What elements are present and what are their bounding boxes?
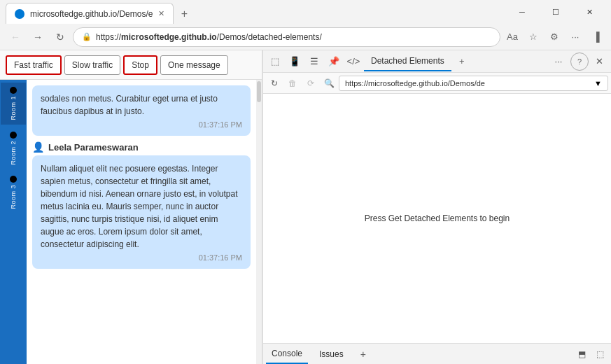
undock-icon[interactable]: ⬚	[591, 346, 608, 363]
devtools-panel: ⬚ 📱 ☰ 📌 </> Detached Elements + ··· ? ✕ …	[262, 50, 611, 364]
lock-icon: 🔒	[82, 32, 92, 41]
chat-panel: Fast traffic Slow traffic Stop One messa…	[0, 50, 262, 364]
dt-back-button[interactable]: ⟳	[302, 75, 319, 92]
url-text: https://microsoftedge.github.io/Demos/de…	[96, 32, 491, 42]
tab-bar: microsoftedge.github.io/Demos/e ✕ +	[6, 0, 500, 24]
room-2-item[interactable]: Room 2	[1, 127, 26, 169]
devtools-content: Press Get Detached Elements to begin	[263, 94, 611, 343]
devtools-url-arrow[interactable]: ▼	[594, 79, 602, 88]
message-2-time: 01:37:16 PM	[41, 253, 242, 262]
message-2-sender-row: 👤 Leela Parameswaran	[32, 141, 251, 153]
room-1-item[interactable]: Room 1	[1, 83, 26, 125]
source-map-button[interactable]: 📌	[325, 52, 343, 71]
minimize-button[interactable]: ─	[506, 1, 538, 22]
refresh-button[interactable]: ↻	[50, 27, 70, 47]
tab-favicon	[15, 9, 24, 19]
read-aloud-button[interactable]: Aa	[503, 28, 521, 46]
fast-traffic-button[interactable]: Fast traffic	[6, 55, 62, 75]
messages-area: sodales non metus. Curabitur eget urna e…	[27, 80, 256, 364]
chat-toolbar: Fast traffic Slow traffic Stop One messa…	[0, 50, 262, 80]
new-tab-button[interactable]: +	[174, 4, 195, 24]
main-content: Fast traffic Slow traffic Stop One messa…	[0, 50, 611, 364]
issues-tab[interactable]: Issues	[314, 344, 349, 364]
sender-avatar-icon: 👤	[32, 141, 44, 153]
stop-button[interactable]: Stop	[123, 55, 157, 75]
room-1-dot	[10, 87, 17, 94]
scrollbar-thumb[interactable]	[257, 81, 261, 102]
console-tab[interactable]: Console	[266, 344, 308, 364]
new-devtools-tab-button[interactable]: +	[453, 52, 471, 71]
issues-tab-label: Issues	[319, 349, 344, 359]
inspect-element-button[interactable]: ⬚	[266, 52, 284, 71]
one-message-button[interactable]: One message	[160, 55, 228, 75]
tab-title: microsoftedge.github.io/Demos/e	[30, 9, 153, 19]
rooms-sidebar: Room 1 Room 2 Room 3	[0, 80, 27, 364]
devtools-header: ⬚ 📱 ☰ 📌 </> Detached Elements + ··· ? ✕	[263, 50, 611, 73]
back-button[interactable]: ←	[6, 27, 25, 47]
close-tab-button[interactable]: ✕	[158, 9, 164, 18]
message-1-time: 01:37:16 PM	[41, 120, 242, 129]
devtools-close-button[interactable]: ✕	[590, 52, 608, 71]
more-button[interactable]: ···	[566, 28, 584, 46]
dt-refresh-button[interactable]: ↻	[266, 75, 283, 92]
address-bar: ← → ↻ 🔒 https://microsoftedge.github.io/…	[0, 24, 611, 50]
add-bottom-tab-button[interactable]: +	[355, 346, 372, 363]
slow-traffic-button[interactable]: Slow traffic	[64, 55, 120, 75]
devtools-subtoolbar: ↻ 🗑 ⟳ 🔍 https://microsoftedge.github.io/…	[263, 73, 611, 94]
bottom-right-icons: ⬒ ⬚	[573, 346, 608, 363]
title-bar: microsoftedge.github.io/Demos/e ✕ + ─ ☐ …	[0, 0, 611, 24]
window-controls: ─ ☐ ✕	[506, 1, 605, 22]
chat-layout: Room 1 Room 2 Room 3 sodales non	[0, 80, 262, 364]
maximize-button[interactable]: ☐	[540, 1, 572, 22]
browser-window: microsoftedge.github.io/Demos/e ✕ + ─ ☐ …	[0, 0, 611, 364]
close-window-button[interactable]: ✕	[573, 1, 605, 22]
devtools-bottombar: Console Issues + ⬒ ⬚	[263, 343, 611, 364]
message-2-text: Nullam aliquet elit nec posuere egestas.…	[41, 162, 242, 251]
address-input[interactable]: 🔒 https://microsoftedge.github.io/Demos/…	[73, 27, 500, 47]
device-emulation-button[interactable]: 📱	[286, 52, 304, 71]
dt-trash-button[interactable]: 🗑	[284, 75, 301, 92]
room-3-label: Room 3	[10, 185, 17, 209]
detached-elements-tab-label: Detached Elements	[371, 56, 444, 66]
room-1-label: Room 1	[10, 96, 17, 120]
message-2-bubble: Nullam aliquet elit nec posuere egestas.…	[32, 155, 251, 269]
active-tab[interactable]: microsoftedge.github.io/Demos/e ✕	[6, 3, 174, 24]
room-3-item[interactable]: Room 3	[1, 172, 26, 214]
devtools-more-button[interactable]: ···	[549, 52, 568, 71]
address-bar-icons: Aa ☆ ⚙ ··· ▐	[503, 28, 605, 46]
detached-elements-tab[interactable]: Detached Elements	[364, 52, 451, 71]
forward-button[interactable]: →	[28, 27, 48, 47]
dock-bottom-icon[interactable]: ⬒	[573, 346, 590, 363]
room-2-dot	[10, 132, 17, 139]
devtools-url-text: https://microsoftedge.github.io/Demos/de	[345, 79, 591, 88]
message-1-text: sodales non metus. Curabitur eget urna e…	[41, 92, 242, 118]
devtools-hint-text: Press Get Detached Elements to begin	[365, 214, 510, 223]
console-drawer-button[interactable]: ☰	[305, 52, 323, 71]
sidebar-toggle-button[interactable]: ▐	[587, 28, 605, 46]
message-1: sodales non metus. Curabitur eget urna e…	[32, 85, 251, 136]
console-tab-label: Console	[272, 349, 302, 358]
devtools-help-button[interactable]: ?	[570, 52, 589, 71]
code-button[interactable]: </>	[344, 52, 363, 71]
messages-scrollbar[interactable]	[256, 80, 262, 364]
message-2-container: 👤 Leela Parameswaran Nullam aliquet elit…	[32, 141, 251, 269]
devtools-url-bar[interactable]: https://microsoftedge.github.io/Demos/de…	[339, 76, 608, 91]
favorites-button[interactable]: ☆	[524, 28, 542, 46]
dt-search-button[interactable]: 🔍	[321, 75, 337, 92]
room-2-label: Room 2	[10, 141, 17, 165]
room-3-dot	[10, 176, 17, 183]
browser-essentials-button[interactable]: ⚙	[545, 28, 563, 46]
sender-name: Leela Parameswaran	[48, 142, 139, 153]
